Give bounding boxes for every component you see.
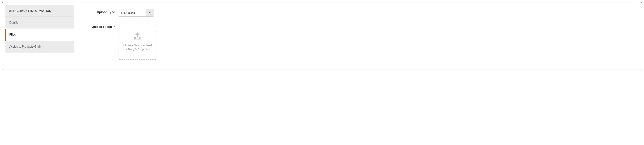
upload-icon bbox=[133, 32, 142, 40]
sidebar-header-text: ATTACHMENT INFORMATION bbox=[9, 9, 52, 12]
sidebar-item-label: Details bbox=[9, 21, 18, 24]
main-content: Upload Type File Upload Upload File(s) * bbox=[79, 5, 638, 67]
dropzone-text: Choose files to upload or Drag & Drop he… bbox=[122, 43, 152, 51]
required-asterisk: * bbox=[114, 25, 115, 28]
upload-files-label: Upload File(s) * bbox=[79, 24, 118, 29]
svg-rect-2 bbox=[139, 37, 140, 39]
sidebar-item-label: Files bbox=[9, 33, 16, 36]
chevron-down-icon bbox=[146, 9, 153, 16]
upload-type-label: Upload Type bbox=[79, 9, 118, 14]
upload-type-value: File Upload bbox=[119, 9, 146, 16]
upload-type-row: Upload Type File Upload bbox=[79, 9, 638, 16]
sidebar-item-label: Assign to Products(Grid) bbox=[9, 45, 40, 48]
upload-files-row: Upload File(s) * Choose files to upload … bbox=[79, 24, 638, 60]
sidebar: ATTACHMENT INFORMATION Details Files Ass… bbox=[6, 5, 74, 67]
upload-type-select[interactable]: File Upload bbox=[118, 9, 154, 16]
file-dropzone[interactable]: Choose files to upload or Drag & Drop he… bbox=[118, 24, 156, 60]
sidebar-header: ATTACHMENT INFORMATION bbox=[6, 5, 74, 17]
sidebar-item-details[interactable]: Details bbox=[6, 17, 74, 29]
attachment-panel: ATTACHMENT INFORMATION Details Files Ass… bbox=[2, 2, 642, 70]
sidebar-item-assign-products[interactable]: Assign to Products(Grid) bbox=[6, 41, 74, 53]
sidebar-item-files[interactable]: Files bbox=[6, 29, 74, 41]
